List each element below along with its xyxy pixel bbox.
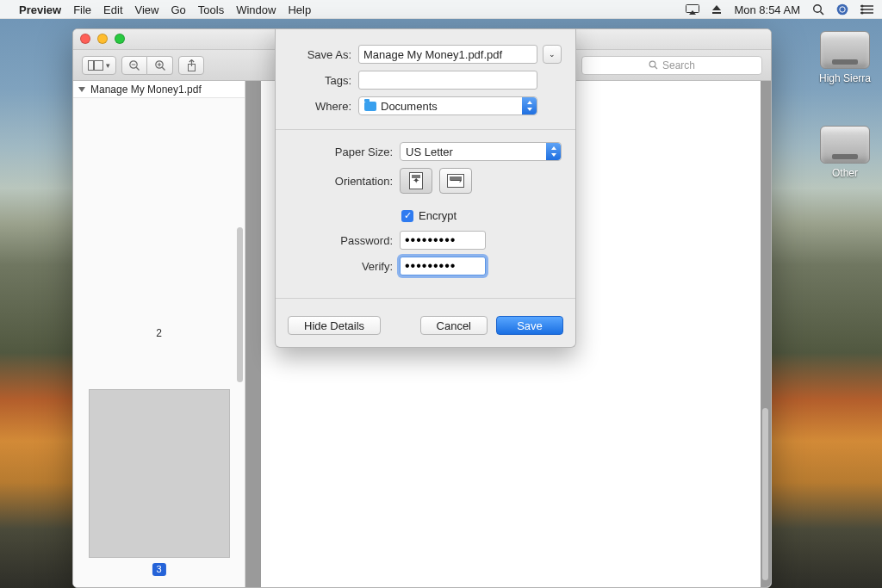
zoom-group — [121, 56, 173, 75]
svg-point-12 — [861, 9, 864, 11]
sidebar: Manage My Money1.pdf 2 3 — [73, 81, 245, 587]
divider — [276, 129, 575, 130]
spotlight-icon[interactable] — [812, 3, 824, 15]
svg-point-30 — [649, 61, 655, 67]
save-button[interactable]: Save — [496, 316, 563, 335]
menu-window[interactable]: Window — [236, 3, 276, 16]
zoom-out-button[interactable] — [121, 56, 147, 75]
popup-stepper-icon — [546, 143, 561, 160]
save-sheet: Save As: Manage My Money1.pdf.pdf ⌄ Tags… — [275, 29, 576, 348]
paper-size-value: US Letter — [406, 145, 453, 158]
desktop: Preview File Edit View Go Tools Window H… — [0, 0, 882, 588]
orientation-row: Orientation: ✦ ⟶ — [289, 168, 562, 194]
notification-center-icon[interactable] — [860, 4, 873, 15]
close-button[interactable] — [80, 34, 90, 44]
where-label: Where: — [289, 100, 351, 113]
share-button[interactable] — [178, 56, 204, 75]
menu-file[interactable]: File — [73, 3, 91, 16]
password-row: Password: ••••••••• — [289, 231, 562, 250]
landscape-icon: ⟶ — [447, 174, 464, 188]
app-menu[interactable]: Preview — [19, 3, 61, 16]
preview-window: Manage My Money1.pdf (page 3 of 3) ▾ — [72, 28, 772, 588]
traffic-lights — [80, 34, 125, 44]
page-number-3: 3 — [152, 563, 165, 576]
sidebar-document-header[interactable]: Manage My Money1.pdf — [73, 81, 245, 98]
svg-point-4 — [814, 5, 822, 13]
minimize-button[interactable] — [97, 34, 108, 44]
menubar-clock[interactable]: Mon 8:54 AM — [734, 3, 800, 16]
cancel-button[interactable]: Cancel — [420, 316, 488, 335]
airplay-icon[interactable] — [686, 4, 699, 15]
menu-tools[interactable]: Tools — [198, 3, 224, 16]
password-label: Password: — [289, 234, 393, 247]
menu-go[interactable]: Go — [171, 3, 185, 16]
tags-label: Tags: — [289, 74, 351, 87]
svg-point-13 — [861, 12, 864, 15]
canvas-scrollbar[interactable] — [762, 408, 768, 580]
toolbar-search[interactable]: Search — [581, 56, 762, 75]
encrypt-checkbox[interactable]: ✓ — [401, 210, 413, 222]
menu-help[interactable]: Help — [288, 3, 311, 16]
thumbnail-area: 2 3 — [73, 98, 245, 587]
verify-label: Verify: — [289, 260, 393, 273]
zoom-button[interactable] — [115, 34, 125, 44]
where-row: Where: Documents — [289, 96, 562, 115]
encrypt-label: Encrypt — [419, 209, 457, 222]
sidebar-scrollbar[interactable] — [237, 227, 243, 382]
save-as-row: Save As: Manage My Money1.pdf.pdf ⌄ — [289, 45, 562, 64]
svg-rect-3 — [712, 12, 721, 14]
thumbnail-page-3[interactable] — [89, 389, 230, 558]
search-icon — [649, 60, 658, 70]
svg-point-6 — [837, 4, 848, 15]
menu-edit[interactable]: Edit — [103, 3, 122, 16]
password-field[interactable]: ••••••••• — [400, 231, 486, 250]
tags-row: Tags: — [289, 71, 562, 90]
folder-icon — [364, 102, 376, 111]
paper-size-label: Paper Size: — [289, 145, 393, 158]
encrypt-row: ✓ Encrypt — [401, 209, 562, 222]
expand-save-button[interactable]: ⌄ — [543, 45, 562, 64]
save-as-field[interactable]: Manage My Money1.pdf.pdf — [358, 45, 537, 64]
page-number-2: 2 — [156, 327, 162, 339]
sheet-button-bar: Hide Details Cancel Save — [276, 307, 575, 347]
verify-row: Verify: ••••••••• — [289, 257, 562, 275]
orientation-label: Orientation: — [289, 175, 393, 188]
hide-details-button[interactable]: Hide Details — [288, 316, 381, 335]
search-placeholder: Search — [662, 59, 695, 71]
svg-point-11 — [861, 5, 864, 8]
popup-stepper-icon — [522, 97, 537, 115]
drive-label: High Sierra — [815, 72, 875, 84]
tags-field[interactable] — [358, 71, 537, 90]
svg-line-20 — [162, 67, 165, 70]
menu-view[interactable]: View — [135, 3, 159, 16]
orientation-portrait-button[interactable]: ✦ — [400, 168, 432, 194]
view-mode-button[interactable]: ▾ — [82, 56, 116, 75]
zoom-in-button[interactable] — [147, 56, 173, 75]
svg-line-17 — [136, 67, 139, 70]
svg-line-5 — [821, 12, 824, 15]
orientation-landscape-button[interactable]: ⟶ — [439, 168, 472, 194]
drive-other[interactable]: Other — [815, 126, 875, 179]
disclosure-triangle-icon — [78, 87, 85, 92]
divider — [276, 298, 575, 299]
eject-icon[interactable] — [711, 4, 722, 15]
menubar: Preview File Edit View Go Tools Window H… — [0, 0, 882, 19]
svg-rect-14 — [89, 60, 94, 70]
paper-size-row: Paper Size: US Letter — [289, 142, 562, 161]
drive-label: Other — [815, 167, 875, 179]
svg-line-31 — [655, 66, 657, 69]
drive-high-sierra[interactable]: High Sierra — [815, 31, 875, 84]
svg-marker-2 — [712, 5, 721, 10]
disk-icon — [820, 126, 870, 164]
sidebar-document-title: Manage My Money1.pdf — [90, 84, 202, 96]
svg-rect-15 — [95, 60, 103, 70]
where-value: Documents — [381, 100, 438, 113]
where-popup[interactable]: Documents — [358, 96, 537, 115]
verify-field[interactable]: ••••••••• — [400, 257, 486, 275]
save-as-label: Save As: — [289, 48, 351, 61]
paper-size-popup[interactable]: US Letter — [400, 142, 562, 161]
disk-icon — [820, 31, 870, 69]
portrait-icon: ✦ — [409, 172, 423, 189]
siri-icon[interactable] — [836, 3, 848, 15]
